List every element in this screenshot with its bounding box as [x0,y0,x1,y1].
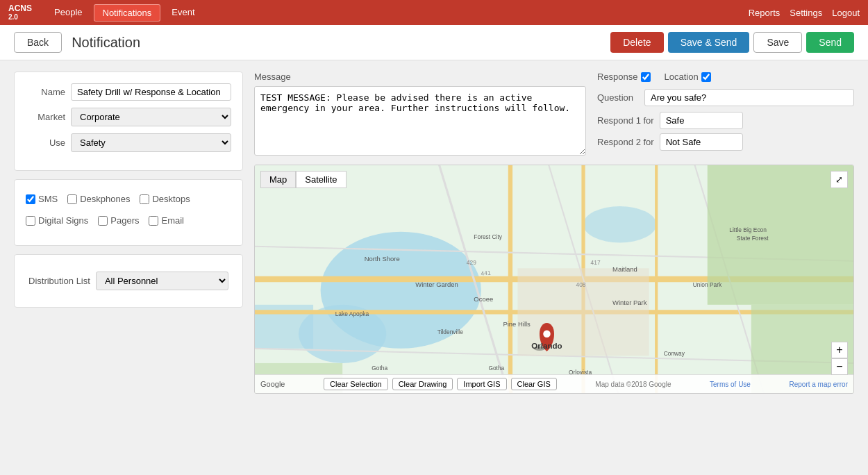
svg-text:Union Park: Union Park [693,281,722,288]
map-zoom-out-button[interactable]: − [831,358,848,375]
sms-checkbox[interactable] [26,194,35,204]
nav-logout[interactable]: Logout [832,8,860,18]
name-input[interactable] [71,83,231,101]
svg-text:417: 417 [591,259,601,266]
report-link[interactable]: Report a map error [789,381,847,388]
sms-item: SMS [26,194,58,204]
svg-text:Forest City: Forest City [474,233,502,240]
svg-text:441: 441 [481,269,491,277]
response-label: Response [597,72,638,82]
clear-drawing-button[interactable]: Clear Drawing [392,378,453,390]
svg-text:429: 429 [467,259,476,266]
location-label: Location [665,72,699,82]
use-label: Use [26,138,71,148]
save-send-button[interactable]: Save & Send [668,32,750,53]
brand-name: ACNS [8,3,32,13]
svg-point-20 [543,331,551,338]
sms-deskphones-row: SMS Deskphones Desktops [26,191,231,207]
map-data-info: Map data ©2018 Google [595,381,671,388]
respond2-input[interactable] [660,133,743,151]
svg-text:Ocoee: Ocoee [474,295,493,303]
market-row: Market Corporate [26,108,231,126]
digital-signs-item: Digital Signs [26,215,88,226]
main-content: Name Market Corporate Use Safety [0,60,868,405]
response-checkbox[interactable] [641,72,651,82]
question-label: Question [597,92,639,103]
distribution-row: Distribution List All Personnel [26,266,231,296]
back-button[interactable]: Back [14,32,62,53]
svg-text:Pine Hills: Pine Hills [503,320,531,328]
import-gis-button[interactable]: Import GIS [457,378,506,390]
location-item: Location [665,72,711,82]
nav-settings[interactable]: Settings [790,8,822,18]
map-container: Orlando North Shore Forest City Maitland… [254,165,854,394]
top-right-row: Message TEST MESSAGE: Please be advised … [254,72,854,158]
name-label: Name [26,87,71,97]
send-button[interactable]: Send [806,32,854,53]
desktops-item: Desktops [140,194,190,204]
desktops-label: Desktops [152,194,190,204]
brand: ACNS 2.0 [8,3,32,22]
deskphones-checkbox[interactable] [67,194,77,204]
page-header-left: Back Notification [14,32,140,53]
map-expand-button[interactable]: ⤢ [831,171,848,188]
response-item: Response [597,72,651,82]
question-row: Question [597,89,854,106]
pagers-label: Pagers [110,215,139,226]
svg-text:State Forest: State Forest [737,235,769,242]
respond1-label: Respond 1 for [597,115,654,126]
use-row: Use Safety [26,133,231,152]
google-logo: Google [260,380,285,388]
nav-people[interactable]: People [46,4,90,22]
channels-section: SMS Deskphones Desktops Digital Signs [14,179,243,246]
market-label: Market [26,112,71,122]
respond2-label: Respond 2 for [597,137,654,147]
svg-text:Maitland: Maitland [612,265,637,273]
distribution-section: Distribution List All Personnel [14,254,243,308]
nav-notifications[interactable]: Notifications [94,4,161,22]
desktops-checkbox[interactable] [140,194,149,204]
svg-text:Gotha: Gotha [372,365,387,372]
email-label: Email [161,215,184,226]
location-checkbox[interactable] [701,72,711,82]
header-buttons: Delete Save & Send Save Send [610,32,854,53]
page-header: Back Notification Delete Save & Send Sav… [0,25,868,60]
map-tab-satellite[interactable]: Satellite [296,171,346,188]
map-bottom-bar: Google Clear Selection Clear Drawing Imp… [255,374,853,393]
name-row: Name [26,83,231,101]
deskphones-item: Deskphones [67,194,130,204]
nav-right: Reports Settings Logout [749,8,860,18]
respond1-input[interactable] [660,112,743,129]
use-select[interactable]: Safety [71,133,231,152]
clear-gis-button[interactable]: Clear GIS [511,378,557,390]
terms-link[interactable]: Terms of Use [710,381,751,388]
nav-event[interactable]: Event [163,4,203,22]
response-location-row: Response Location [597,72,854,82]
map-tab-map[interactable]: Map [260,171,296,188]
market-select[interactable]: Corporate [71,108,231,126]
message-textarea[interactable]: TEST MESSAGE: Please be advised there is… [254,86,586,156]
save-button[interactable]: Save [753,32,802,53]
map-top-bar: Map Satellite [260,171,347,188]
message-label: Message [254,72,586,82]
delete-button[interactable]: Delete [610,32,663,53]
sms-label: SMS [38,194,58,204]
pagers-checkbox[interactable] [98,216,108,226]
deskphones-label: Deskphones [80,194,130,204]
digital-signs-checkbox[interactable] [26,216,35,226]
clear-selection-button[interactable]: Clear Selection [324,378,388,390]
map-zoom-in-button[interactable]: + [831,342,848,358]
identity-section: Name Market Corporate Use Safety [14,72,243,171]
svg-text:Lake Apopka: Lake Apopka [335,310,369,317]
svg-text:Little Big Econ: Little Big Econ [729,226,767,233]
respond2-row: Respond 2 for [597,133,854,151]
question-input[interactable] [644,89,854,106]
svg-text:Conway: Conway [664,350,685,357]
signs-pagers-email-row: Digital Signs Pagers Email [26,212,231,228]
svg-text:Orlando: Orlando [531,342,562,350]
distribution-select[interactable]: All Personnel [96,272,228,290]
page-title: Notification [72,35,140,51]
svg-text:Gotha: Gotha [488,365,504,372]
nav-reports[interactable]: Reports [749,8,781,18]
email-checkbox[interactable] [149,216,158,226]
